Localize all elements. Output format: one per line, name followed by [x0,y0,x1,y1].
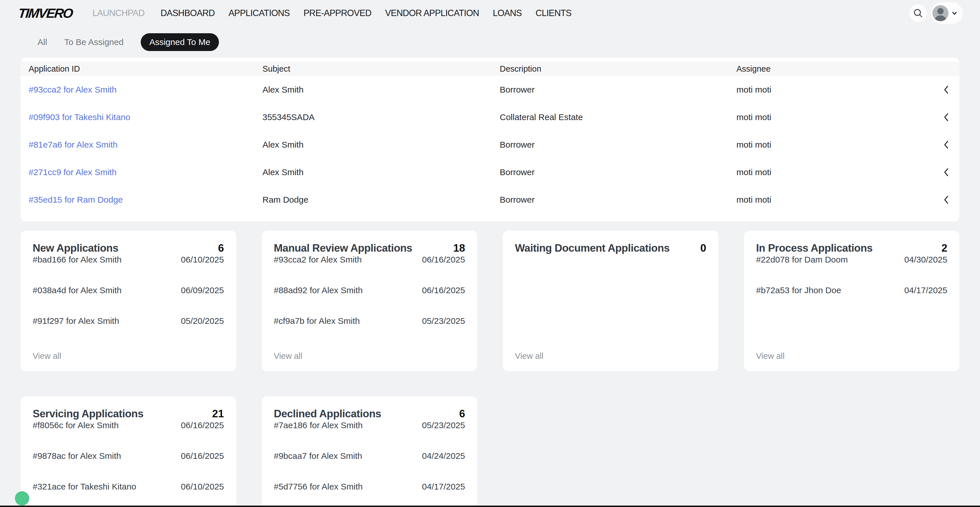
card-list-item: #b72a53 for Jhon Doe 04/17/2025 [756,285,948,295]
card-count: 18 [453,242,465,254]
chevron-left-icon [943,167,949,177]
card-manual-review-applications: Manual Review Applications 18 #93cca2 fo… [262,231,477,371]
application-id-label: #5d7756 for Alex Smith [274,481,363,492]
table-row: #93cca2 for Alex Smith Alex Smith Borrow… [21,76,959,104]
card-in-process-applications: In Process Applications 2 #22d078 for Da… [744,231,960,371]
view-all-link[interactable]: View all [33,351,61,361]
application-id-label: #9878ac for Alex Smith [33,451,121,461]
assignment-filter-tabs: All To Be Assigned Assigned To Me [38,34,980,51]
nav-item-pre-approved[interactable]: PRE-APPROVED [304,8,371,18]
brand-logo[interactable]: TIMVERO [18,5,73,21]
application-link[interactable]: #35ed15 for Ram Dodge [29,195,123,204]
application-date: 06/10/2025 [181,254,224,265]
card-title: Waiting Document Applications [515,242,670,254]
tab-to-be-assigned[interactable]: To Be Assigned [64,37,124,47]
view-all-link[interactable]: View all [756,351,784,361]
card-list-item: #f8056c for Alex Smith 06/16/2025 [33,420,224,430]
row-expand-button[interactable] [943,167,949,177]
description-cell: Collateral Real Estate [500,112,737,122]
description-cell: Borrower [500,85,737,94]
application-date: 04/17/2025 [904,285,947,295]
card-new-applications: New Applications 6 #bad166 for Alex Smit… [21,231,236,371]
application-summary-cards: New Applications 6 #bad166 for Alex Smit… [21,231,959,507]
card-list-item: #9bcaa7 for Alex Smith 04/24/2025 [274,451,465,461]
card-count: 6 [459,408,465,420]
table-row: #35ed15 for Ram Dodge Ram Dodge Borrower… [21,186,959,214]
card-servicing-applications: Servicing Applications 21 #f8056c for Al… [21,396,236,507]
application-link[interactable]: #81e7a6 for Alex Smith [29,140,118,149]
nav-item-loans[interactable]: LOANS [493,8,522,18]
card-list-item: #038a4d for Alex Smith 06/09/2025 [33,285,224,295]
card-list-item: #5d7756 for Alex Smith 04/17/2025 [274,481,465,492]
top-navigation: TIMVERO LAUNCHPAD DASHBOARD APPLICATIONS… [0,0,980,26]
application-id-label: #22d078 for Dam Doom [756,254,848,265]
card-list-item: #bad166 for Alex Smith 06/10/2025 [33,254,224,265]
window-bottom-edge [0,505,980,507]
subject-cell: Ram Dodge [262,195,500,205]
description-cell: Borrower [500,195,737,205]
nav-item-clients[interactable]: CLIENTS [536,8,571,18]
subject-cell: 355345SADA [262,112,500,122]
row-expand-button[interactable] [943,85,949,94]
chevron-left-icon [943,113,949,122]
column-header-description: Description [500,64,737,74]
application-id-label: #b72a53 for Jhon Doe [756,285,841,295]
status-indicator-dot [15,491,29,505]
description-cell: Borrower [500,140,737,150]
card-list-item: #93cca2 for Alex Smith 06/16/2025 [274,254,465,265]
user-menu[interactable] [931,2,963,24]
card-list-item: #22d078 for Dam Doom 04/30/2025 [756,254,948,265]
tab-assigned-to-me[interactable]: Assigned To Me [141,33,219,51]
application-id-label: #91f297 for Alex Smith [33,316,119,326]
column-header-application-id: Application ID [29,64,262,74]
subject-cell: Alex Smith [262,140,500,150]
search-button[interactable] [909,4,927,22]
card-title: Declined Applications [274,408,382,420]
application-id-label: #9bcaa7 for Alex Smith [274,451,363,461]
nav-item-launchpad[interactable]: LAUNCHPAD [92,8,145,18]
chevron-left-icon [943,140,949,149]
application-date: 06/16/2025 [181,451,224,461]
chevron-down-icon [951,10,958,17]
assignee-cell: moti moti [737,140,933,150]
table-header-row: Application ID Subject Description Assig… [21,62,959,76]
application-date: 04/24/2025 [422,451,465,461]
card-list-item: #cf9a7b for Alex Smith 05/23/2025 [274,316,465,326]
view-all-link[interactable]: View all [274,351,302,361]
row-expand-button[interactable] [943,195,949,204]
application-id-label: #321ace for Takeshi Kitano [33,481,136,492]
nav-item-dashboard[interactable]: DASHBOARD [161,8,215,18]
table-row: #09f903 for Takeshi Kitano 355345SADA Co… [21,104,959,131]
assignee-cell: moti moti [737,112,933,122]
view-all-link[interactable]: View all [515,351,543,361]
row-expand-button[interactable] [943,140,949,149]
application-date: 04/17/2025 [422,481,465,492]
search-icon [913,8,923,18]
nav-item-vendor-application[interactable]: VENDOR APPLICATION [385,8,479,18]
application-id-label: #93cca2 for Alex Smith [274,254,362,265]
column-header-subject: Subject [262,64,500,74]
assignee-cell: moti moti [737,167,933,177]
application-link[interactable]: #93cca2 for Alex Smith [29,85,117,94]
tab-all[interactable]: All [38,37,47,47]
card-count: 21 [212,408,224,420]
avatar [932,5,948,21]
application-link[interactable]: #09f903 for Takeshi Kitano [29,112,130,122]
card-declined-applications: Declined Applications 6 #7ae186 for Alex… [262,396,477,507]
card-waiting-document-applications: Waiting Document Applications 0 View all [503,231,718,371]
row-expand-button[interactable] [943,113,949,122]
application-id-label: #bad166 for Alex Smith [33,254,121,265]
nav-item-applications[interactable]: APPLICATIONS [228,8,290,18]
card-title: New Applications [33,242,118,254]
application-link[interactable]: #271cc9 for Alex Smith [29,167,117,177]
card-title: Manual Review Applications [274,242,412,254]
card-list-item: #7ae186 for Alex Smith 05/23/2025 [274,420,465,430]
application-date: 04/30/2025 [904,254,947,265]
assignee-cell: moti moti [737,85,933,94]
application-id-label: #f8056c for Alex Smith [33,420,119,430]
chevron-left-icon [943,195,949,204]
table-row: #81e7a6 for Alex Smith Alex Smith Borrow… [21,131,959,158]
subject-cell: Alex Smith [262,85,500,94]
description-cell: Borrower [500,167,737,177]
card-count: 2 [941,242,947,254]
